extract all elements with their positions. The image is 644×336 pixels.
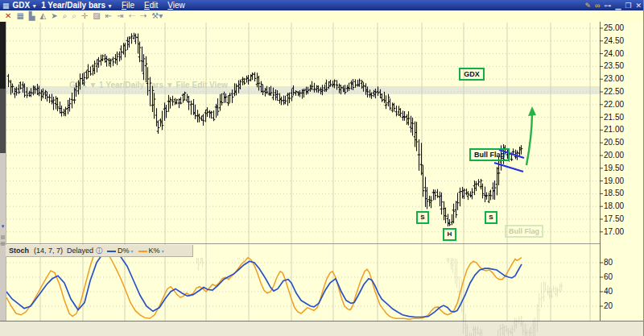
price-tick-label: 20.50 — [604, 138, 624, 147]
price-tick-label: 18.00 — [604, 201, 624, 210]
price-tick-label: 25.00 — [604, 23, 624, 32]
stoch-tick-label: 20 — [604, 301, 613, 310]
left-shoulder-box[interactable]: S — [416, 211, 429, 224]
stoch-tick-label: 80 — [604, 258, 613, 267]
stoch-tick-label: 40 — [604, 287, 613, 296]
bull-flag-label-box[interactable]: Bull Flag — [469, 148, 510, 161]
gdx-label-box[interactable]: GDX — [459, 68, 485, 81]
d-line-sample — [107, 251, 116, 252]
price-tick-label: 22.50 — [604, 87, 624, 96]
price-tick-label: 19.50 — [604, 164, 624, 172]
price-tick-label: 24.50 — [604, 36, 624, 45]
stoch-d-line — [6, 251, 522, 317]
k-line-chevron-icon[interactable]: ▾ — [162, 249, 164, 254]
info-icon[interactable]: ⓘ — [96, 247, 102, 255]
price-tick-label: 21.00 — [604, 125, 624, 134]
stoch-delayed-label: Delayed — [67, 247, 93, 255]
price-tick-label: 20.00 — [604, 151, 624, 160]
price-tick-label: 18.50 — [604, 189, 624, 197]
stoch-params: (14, 7, 7) — [34, 247, 63, 255]
price-tick-label: 23.00 — [604, 74, 624, 83]
d-line-chevron-icon[interactable]: ▾ — [131, 249, 134, 254]
chart-graphics — [0, 0, 644, 336]
price-tick-label: 17.50 — [604, 214, 624, 223]
price-tick-label: 17.00 — [604, 227, 624, 236]
price-tick-label: 22.00 — [604, 100, 624, 109]
price-tick-label: 19.00 — [604, 176, 624, 185]
price-tick-label: 24.00 — [604, 49, 624, 58]
head-box[interactable]: H — [443, 228, 456, 241]
stoch-indicator-name: Stoch — [9, 247, 29, 255]
price-tick-label: 21.50 — [604, 113, 624, 122]
projection-arrow[interactable] — [526, 114, 532, 165]
k-line-sample — [138, 251, 147, 252]
right-shoulder-box[interactable]: S — [485, 211, 497, 224]
k-line-toggle[interactable]: K% — [149, 247, 160, 255]
price-tick-label: 23.50 — [604, 61, 624, 70]
stoch-panel-header: Stoch(14, 7, 7)DelayedⓘD%▾K%▾ — [6, 245, 193, 257]
stoch-tick-label: 60 — [604, 272, 613, 281]
projection-arrowhead — [528, 106, 536, 116]
stoch-k-line — [6, 248, 522, 319]
chart-window: ▦GDX▼1 Year/Daily bars▼FileEditView ✎∞⊶▁… — [0, 0, 644, 336]
d-line-toggle[interactable]: D% — [118, 247, 130, 255]
